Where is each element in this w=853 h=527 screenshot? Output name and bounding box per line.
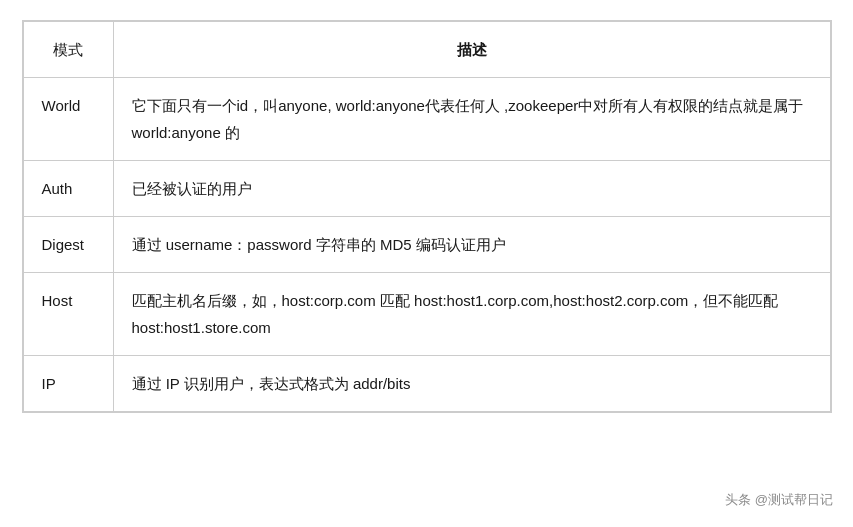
table-row: Auth已经被认证的用户 (23, 161, 830, 217)
cell-description: 已经被认证的用户 (113, 161, 830, 217)
table-row: Host匹配主机名后缀，如，host:corp.com 匹配 host:host… (23, 273, 830, 356)
cell-mode: IP (23, 356, 113, 412)
header-description: 描述 (113, 22, 830, 78)
main-table-container: 模式 描述 World它下面只有一个id，叫anyone, world:anyo… (22, 20, 832, 413)
cell-description: 匹配主机名后缀，如，host:corp.com 匹配 host:host1.co… (113, 273, 830, 356)
header-mode: 模式 (23, 22, 113, 78)
cell-description: 通过 IP 识别用户，表达式格式为 addr/bits (113, 356, 830, 412)
table-row: IP通过 IP 识别用户，表达式格式为 addr/bits (23, 356, 830, 412)
cell-mode: Host (23, 273, 113, 356)
table-row: Digest通过 username：password 字符串的 MD5 编码认证… (23, 217, 830, 273)
cell-description: 它下面只有一个id，叫anyone, world:anyone代表任何人 ,zo… (113, 78, 830, 161)
table-header-row: 模式 描述 (23, 22, 830, 78)
cell-mode: Auth (23, 161, 113, 217)
watermark-text: 头条 @测试帮日记 (725, 491, 833, 509)
table-row: World它下面只有一个id，叫anyone, world:anyone代表任何… (23, 78, 830, 161)
acl-table: 模式 描述 World它下面只有一个id，叫anyone, world:anyo… (23, 21, 831, 412)
cell-mode: Digest (23, 217, 113, 273)
cell-description: 通过 username：password 字符串的 MD5 编码认证用户 (113, 217, 830, 273)
cell-mode: World (23, 78, 113, 161)
